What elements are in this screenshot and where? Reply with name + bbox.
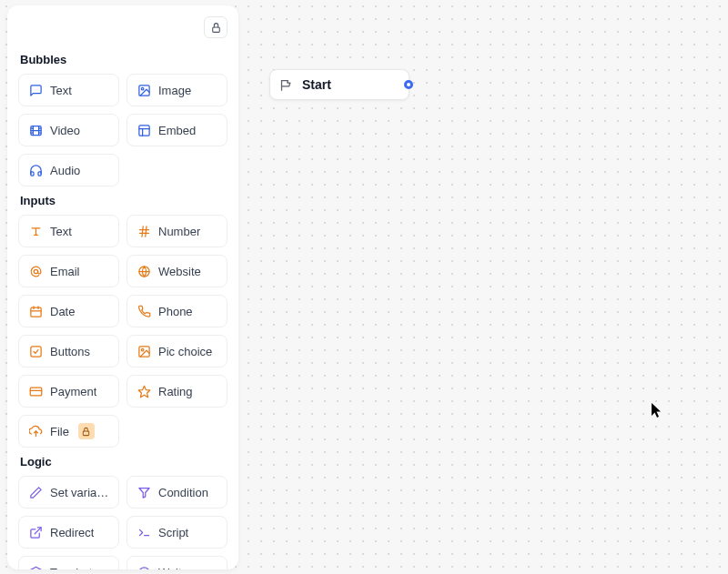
clock-icon xyxy=(136,565,151,569)
block-input-email[interactable]: Email xyxy=(18,255,119,287)
section-title-inputs: Inputs xyxy=(20,194,228,207)
block-input-buttons[interactable]: Buttons xyxy=(18,335,119,368)
svg-rect-14 xyxy=(30,307,40,317)
block-bubble-audio[interactable]: Audio xyxy=(18,154,119,186)
svg-rect-0 xyxy=(212,26,219,31)
svg-rect-21 xyxy=(30,388,42,396)
start-node-label: Start xyxy=(302,77,331,92)
start-node-connector[interactable] xyxy=(404,80,413,89)
logic-grid: Set variable Condition Redirect Script T… xyxy=(18,476,228,569)
block-label: Image xyxy=(158,84,191,97)
svg-point-11 xyxy=(34,269,37,273)
phone-icon xyxy=(136,304,151,318)
block-input-payment[interactable]: Payment xyxy=(18,375,119,408)
block-input-website[interactable]: Website xyxy=(126,255,228,287)
block-logic-script[interactable]: Script xyxy=(126,516,228,549)
block-label: Phone xyxy=(158,305,193,318)
block-label: Set variable xyxy=(50,486,109,499)
block-input-phone[interactable]: Phone xyxy=(126,295,228,327)
image-icon xyxy=(136,344,151,358)
cube-icon xyxy=(28,565,43,569)
at-icon xyxy=(28,264,43,278)
svg-marker-26 xyxy=(138,488,148,498)
bubbles-grid: Text Image Video Embed Audio xyxy=(18,74,228,186)
block-input-pic-choice[interactable]: Pic choice xyxy=(126,335,228,368)
block-label: Text xyxy=(50,84,72,97)
block-label: Email xyxy=(50,265,80,278)
headphones-icon xyxy=(28,163,43,177)
upload-icon xyxy=(28,424,43,438)
block-label: Video xyxy=(50,124,80,137)
block-label: Buttons xyxy=(50,345,90,358)
block-label: Payment xyxy=(50,385,96,398)
blocks-sidebar: Bubbles Text Image Video Embed xyxy=(7,5,238,569)
layout-icon xyxy=(136,123,151,137)
svg-line-27 xyxy=(35,527,41,533)
video-icon xyxy=(28,123,43,137)
svg-point-2 xyxy=(141,87,144,90)
pencil-icon xyxy=(28,485,43,499)
block-label: Date xyxy=(50,305,75,318)
block-input-file[interactable]: File xyxy=(18,415,119,448)
block-label: Typebot xyxy=(50,566,92,570)
block-logic-set-variable[interactable]: Set variable xyxy=(18,476,119,509)
sidebar-header xyxy=(18,13,228,45)
block-label: Wait xyxy=(158,566,182,570)
svg-rect-4 xyxy=(138,125,148,135)
star-icon xyxy=(136,384,151,398)
svg-point-20 xyxy=(141,348,144,351)
block-input-number[interactable]: Number xyxy=(126,215,228,247)
calendar-icon xyxy=(28,304,43,318)
type-icon xyxy=(28,224,43,238)
start-node[interactable]: Start xyxy=(269,69,410,100)
block-input-text[interactable]: Text xyxy=(18,215,119,247)
block-label: Embed xyxy=(158,124,196,137)
inputs-grid: Text Number Email Website Date xyxy=(18,215,228,448)
image-icon xyxy=(136,83,151,97)
svg-marker-23 xyxy=(138,386,150,398)
block-bubble-video[interactable]: Video xyxy=(18,114,119,146)
block-label: Redirect xyxy=(50,526,94,539)
message-icon xyxy=(28,83,43,97)
globe-icon xyxy=(136,264,151,278)
block-input-date[interactable]: Date xyxy=(18,295,119,327)
block-bubble-text[interactable]: Text xyxy=(18,74,119,106)
hash-icon xyxy=(136,224,151,238)
block-label: File xyxy=(50,425,69,438)
credit-card-icon xyxy=(28,384,43,398)
block-label: Text xyxy=(50,225,72,238)
block-logic-condition[interactable]: Condition xyxy=(126,476,228,509)
block-logic-wait[interactable]: Wait xyxy=(126,556,228,569)
block-label: Website xyxy=(158,265,201,278)
terminal-icon xyxy=(136,525,151,539)
block-logic-typebot[interactable]: Typebot xyxy=(18,556,119,569)
flag-icon xyxy=(279,78,293,92)
svg-rect-25 xyxy=(84,431,89,436)
svg-line-10 xyxy=(145,226,146,236)
block-label: Pic choice xyxy=(158,345,212,358)
block-input-rating[interactable]: Rating xyxy=(126,375,228,408)
check-square-icon xyxy=(28,344,43,358)
block-label: Number xyxy=(158,225,200,238)
pin-sidebar-button[interactable] xyxy=(204,16,228,38)
section-title-bubbles: Bubbles xyxy=(20,53,228,66)
block-bubble-image[interactable]: Image xyxy=(126,74,228,106)
block-label: Audio xyxy=(50,164,80,177)
svg-rect-18 xyxy=(30,346,40,356)
block-label: Rating xyxy=(158,385,193,398)
block-label: Script xyxy=(158,526,188,539)
external-link-icon xyxy=(28,525,43,539)
lock-badge xyxy=(78,423,95,439)
section-title-logic: Logic xyxy=(20,455,228,468)
filter-icon xyxy=(136,485,151,499)
block-bubble-embed[interactable]: Embed xyxy=(126,114,228,146)
block-label: Condition xyxy=(158,486,208,499)
block-logic-redirect[interactable]: Redirect xyxy=(18,516,119,549)
svg-line-9 xyxy=(142,226,143,236)
